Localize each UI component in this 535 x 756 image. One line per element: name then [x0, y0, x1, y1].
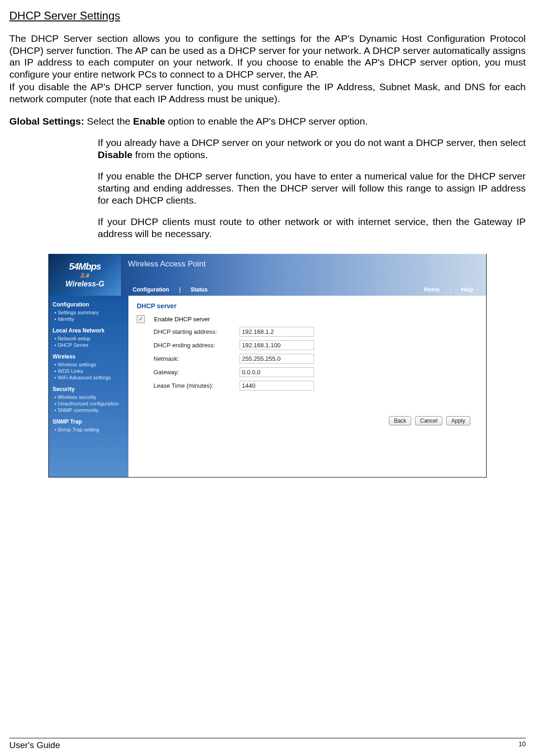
global-settings-para: Global Settings: Select the Enable optio…: [9, 115, 526, 127]
global-line-2: If you already have a DHCP server on you…: [98, 137, 526, 160]
netmask-label: Netmask:: [137, 355, 240, 362]
logo-band: 2.4: [80, 272, 89, 279]
sb-head-wireless: Wireless: [53, 353, 125, 360]
gateway-label: Gateway:: [137, 369, 240, 376]
panel-title: DHCP server: [137, 302, 478, 310]
topnav-status[interactable]: Status: [191, 286, 208, 293]
sidebar: Configuration Settings summary Identity …: [49, 296, 128, 477]
sb-head-security: Security: [53, 386, 125, 392]
sidebar-item-network-setup[interactable]: Network setup: [54, 336, 125, 341]
apply-button[interactable]: Apply: [446, 416, 470, 425]
sidebar-item-identity[interactable]: Identity: [54, 316, 125, 322]
topnav-help[interactable]: Help: [461, 286, 473, 293]
ap-header: 54Mbps 2.4 Wireless-G Wireless Access Po…: [49, 254, 486, 296]
enable-dhcp-label: Enable DHCP server: [154, 316, 210, 323]
end-address-label: DHCP ending address:: [137, 342, 240, 349]
sb-head-lan: Local Area Network: [53, 327, 125, 334]
start-address-label: DHCP starting address:: [137, 328, 240, 335]
router-screenshot: 54Mbps 2.4 Wireless-G Wireless Access Po…: [48, 254, 487, 477]
start-address-input[interactable]: [240, 327, 314, 337]
logo-speed: 54Mbps: [69, 261, 100, 272]
sidebar-item-dhcp-server[interactable]: DHCP Server: [54, 342, 125, 348]
sidebar-item-wireless-security[interactable]: Wireless security: [54, 394, 125, 400]
ap-title: Wireless Access Point: [128, 259, 206, 269]
netmask-input[interactable]: [240, 354, 314, 364]
back-button[interactable]: Back: [389, 416, 412, 425]
cancel-button[interactable]: Cancel: [415, 416, 442, 425]
page-heading: DHCP Server Settings: [9, 9, 526, 22]
gateway-input[interactable]: [240, 367, 314, 377]
global-settings-label: Global Settings:: [9, 116, 87, 126]
topnav-home[interactable]: Home: [424, 286, 440, 293]
sidebar-item-snmp-community[interactable]: SNMP community: [54, 407, 125, 413]
sb-head-snmp-trap: SNMP Trap: [53, 418, 125, 425]
sb-head-configuration: Configuration: [53, 301, 125, 308]
sidebar-item-snmp-trap-setting[interactable]: Snmp Trap setting: [54, 427, 125, 432]
lease-time-label: Lease Time (minutes):: [137, 382, 240, 389]
sidebar-item-wds-links[interactable]: WDS Links: [54, 368, 125, 374]
enable-word: Enable: [133, 116, 165, 126]
sidebar-item-wifi-advanced[interactable]: WiFi Advanced settings: [54, 375, 125, 380]
disable-word: Disable: [98, 149, 133, 160]
enable-dhcp-checkbox[interactable]: ✓: [137, 315, 145, 323]
topnav: Configuration | Status Home | Help: [133, 286, 482, 293]
intro-para-1: The DHCP Server section allows you to co…: [9, 33, 526, 80]
logo-block: 54Mbps 2.4 Wireless-G: [49, 254, 121, 296]
sidebar-item-settings-summary[interactable]: Settings summary: [54, 310, 125, 315]
text: option to enable the AP's DHCP server op…: [165, 116, 368, 126]
topnav-configuration[interactable]: Configuration: [133, 286, 169, 293]
global-line-3: If you enable the DHCP server function, …: [98, 170, 526, 206]
end-address-input[interactable]: [240, 340, 314, 350]
text: If you already have a DHCP server on you…: [98, 137, 526, 148]
logo-name: Wireless-G: [66, 280, 104, 288]
global-line-4: If your DHCP clients must route to other…: [98, 216, 526, 239]
text: from the options.: [133, 149, 208, 160]
intro-para-2: If you disable the AP's DHCP server func…: [9, 81, 526, 105]
main-panel: DHCP server ✓ Enable DHCP server DHCP st…: [128, 296, 486, 477]
sidebar-item-wireless-settings[interactable]: Wireless settings: [54, 362, 125, 367]
lease-time-input[interactable]: [240, 381, 314, 391]
text: Select the: [87, 116, 133, 126]
sidebar-item-unauthorized-config[interactable]: Unauthorized configuration: [54, 401, 125, 406]
